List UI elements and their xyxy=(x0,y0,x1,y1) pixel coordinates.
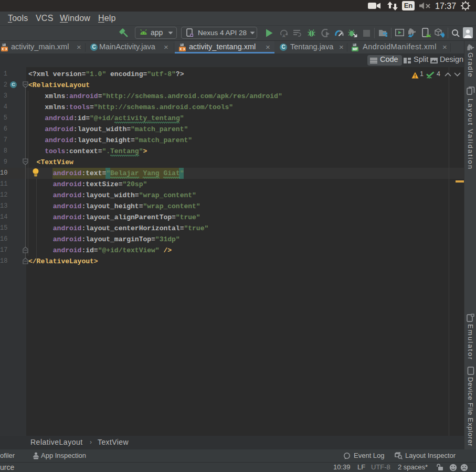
svg-text:MF: MF xyxy=(353,47,358,51)
svg-text:A: A xyxy=(282,34,285,38)
